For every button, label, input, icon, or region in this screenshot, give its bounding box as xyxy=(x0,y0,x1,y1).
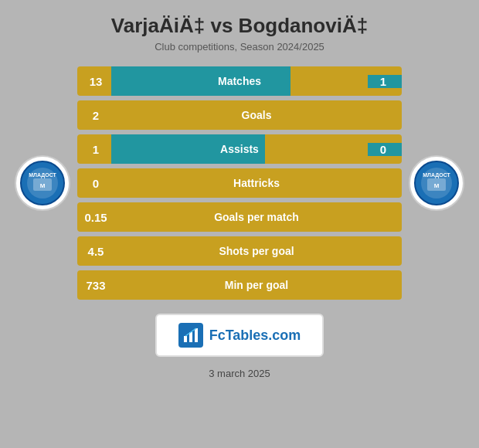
right-team-logo: МЛАДОСТ M xyxy=(409,155,464,211)
stat-label-hattricks: Hattricks xyxy=(111,177,402,189)
stats-area: 13Matches12Goals1Assists00Hattricks0.15G… xyxy=(77,66,402,300)
stat-left-val-assists: 1 xyxy=(77,143,111,156)
stat-left-val-shots-per-goal: 4.5 xyxy=(77,245,111,258)
stat-row-hattricks: 0Hattricks xyxy=(77,168,402,198)
stat-label-min-per-goal: Min per goal xyxy=(111,279,402,291)
stat-bar-assists: Assists xyxy=(111,134,368,164)
stat-row-min-per-goal: 733Min per goal xyxy=(77,270,402,300)
svg-text:МЛАДОСТ: МЛАДОСТ xyxy=(29,172,56,178)
page-wrapper: VarjaÄiÄ‡ vs BogdanoviÄ‡ Club competitio… xyxy=(0,0,479,448)
stat-left-val-min-per-goal: 733 xyxy=(77,279,111,292)
svg-text:M: M xyxy=(40,182,46,189)
stat-right-val-matches: 1 xyxy=(368,75,402,88)
fctables-banner[interactable]: FcTables.com xyxy=(155,314,324,357)
svg-rect-12 xyxy=(195,328,198,342)
logo-right: МЛАДОСТ M xyxy=(402,155,471,211)
stat-row-matches: 13Matches1 xyxy=(77,66,402,96)
svg-rect-11 xyxy=(189,332,192,342)
logo-left: МЛАДОСТ M xyxy=(8,155,77,211)
left-team-logo: МЛАДОСТ M xyxy=(15,155,70,211)
stat-label-shots-per-goal: Shots per goal xyxy=(111,245,402,257)
stat-bar-matches: Matches xyxy=(111,66,368,96)
stat-row-assists: 1Assists0 xyxy=(77,134,402,164)
svg-text:МЛАДОСТ: МЛАДОСТ xyxy=(423,172,450,178)
fctables-icon xyxy=(178,323,203,348)
stat-bar-shots-per-goal: Shots per goal xyxy=(111,236,402,266)
stat-left-val-hattricks: 0 xyxy=(77,177,111,190)
page-title: VarjaÄiÄ‡ vs BogdanoviÄ‡ xyxy=(111,14,368,38)
stat-bar-min-per-goal: Min per goal xyxy=(111,270,402,300)
stat-bar-hattricks: Hattricks xyxy=(111,168,402,198)
stat-bar-goals-per-match: Goals per match xyxy=(111,202,402,232)
stat-bar-goals: Goals xyxy=(111,100,402,130)
stat-row-goals-per-match: 0.15Goals per match xyxy=(77,202,402,232)
stat-label-matches: Matches xyxy=(111,75,368,87)
page-subtitle: Club competitions, Season 2024/2025 xyxy=(155,41,324,53)
svg-text:M: M xyxy=(434,182,440,189)
stat-row-goals: 2Goals xyxy=(77,100,402,130)
stat-label-goals-per-match: Goals per match xyxy=(111,211,402,223)
stat-label-assists: Assists xyxy=(111,143,368,155)
footer-date: 3 march 2025 xyxy=(209,368,270,379)
stat-right-val-assists: 0 xyxy=(368,143,402,156)
svg-rect-10 xyxy=(184,336,187,342)
stat-left-val-goals: 2 xyxy=(77,109,111,122)
main-area: МЛАДОСТ M 13Matches12Goals1Assists00Hatt… xyxy=(8,66,471,300)
fctables-label: FcTables.com xyxy=(209,328,301,344)
stat-left-val-goals-per-match: 0.15 xyxy=(77,211,111,224)
stat-left-val-matches: 13 xyxy=(77,75,111,88)
stat-label-goals: Goals xyxy=(111,109,402,121)
stat-row-shots-per-goal: 4.5Shots per goal xyxy=(77,236,402,266)
